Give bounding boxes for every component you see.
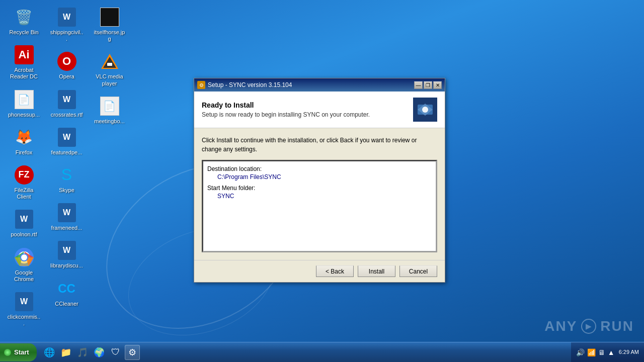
desktop-icon-filezilla[interactable]: FZ FileZilla Client <box>5 163 43 202</box>
anyrun-any-text: ANY <box>544 318 577 334</box>
itselfhorse-label: itselfhorse.jpg <box>93 29 126 42</box>
phonessup-icon: 📄 <box>14 89 34 110</box>
restore-button[interactable]: ❐ <box>424 81 432 89</box>
librarydiscu-shape: W <box>58 241 76 260</box>
setup-dialog: ⚙ Setup - SYNC version 3.15.104 — ❐ ✕ Re… <box>194 78 445 283</box>
recycle-bin-icon: 🗑️ <box>14 7 34 27</box>
desktop-icon-meetingbo[interactable]: 📄 meetingbo... <box>91 94 128 127</box>
desktop-icon-ccleaner[interactable]: CC CCleaner <box>48 277 86 309</box>
dialog-title-buttons: — ❐ ✕ <box>414 81 442 89</box>
start-orb <box>4 349 11 356</box>
opera-icon: O <box>57 51 77 71</box>
desktop-icon-vlc[interactable]: VLC media player <box>91 49 128 88</box>
opera-shape: O <box>57 52 76 71</box>
dialog-header-text: Ready to Install Setup is now ready to b… <box>202 101 370 118</box>
taskbar-security-icon[interactable]: 🛡 <box>108 345 123 360</box>
cancel-button[interactable]: Cancel <box>399 265 437 277</box>
dialog-header-subtitle: Setup is now ready to begin installing S… <box>202 111 370 118</box>
desktop-icon-shippingcivil[interactable]: W shippingcivil... <box>48 5 86 44</box>
desktop-icon-opera[interactable]: O Opera <box>48 49 86 82</box>
desktop-icon-chrome[interactable]: Google Chrome <box>5 245 43 285</box>
dialog-footer: < Back Install Cancel <box>194 260 445 282</box>
frameneed-shape: W <box>58 203 76 222</box>
desktop-icons-container: 🗑️ Recycle Bin Ai Acrobat Reader DC 📄 ph… <box>5 5 118 337</box>
destination-label: Destination location: <box>207 165 432 172</box>
minimize-button[interactable]: — <box>414 81 423 89</box>
system-tray: 🔊 📶 🖥 ▲ <box>576 348 615 356</box>
desktop-icon-recycle-bin[interactable]: 🗑️ Recycle Bin <box>5 5 43 38</box>
firefox-icon: 🦊 <box>14 127 34 147</box>
itselfhorse-icon <box>100 7 120 27</box>
clickcommis-icon: W <box>14 292 34 312</box>
acrobat-icon-shape: Ai <box>15 45 34 64</box>
taskbar-ie-icon[interactable]: 🌐 <box>42 345 57 360</box>
destination-value: C:\Program Files\SYNC <box>207 173 432 180</box>
info-box[interactable]: Destination location: C:\Program Files\S… <box>203 161 436 251</box>
desktop-icon-skype[interactable]: S Skype <box>48 163 86 196</box>
poolnon-shape: W <box>15 210 33 229</box>
system-clock[interactable]: 6:29 AM <box>619 348 639 356</box>
taskbar-firefox-icon[interactable]: 🌍 <box>92 345 107 360</box>
anyrun-run-text: RUN <box>600 318 634 334</box>
anyrun-watermark: ANY ▶ RUN <box>544 318 634 334</box>
taskbar-setup-icon[interactable]: ⚙ <box>125 345 140 360</box>
acrobat-label: Acrobat Reader DC <box>7 67 41 80</box>
featuredpe-label: featuredpe... <box>51 149 83 156</box>
dialog-header-icon <box>413 98 437 122</box>
shippingcivil-shape: W <box>58 8 76 27</box>
svg-point-3 <box>21 254 27 260</box>
meetingbo-icon: 📄 <box>100 96 120 116</box>
taskbar-quicklaunch: 🌐 📁 🎵 🌍 🛡 ⚙ <box>39 345 142 360</box>
dialog-title-text: Setup - SYNC version 3.15.104 <box>208 81 292 88</box>
desktop-icon-crossrates[interactable]: W crossrates.rtf <box>48 87 86 120</box>
dialog-title-left: ⚙ Setup - SYNC version 3.15.104 <box>197 81 292 89</box>
chrome-icon <box>14 247 34 267</box>
dialog-body: Click Install to continue with the insta… <box>194 128 445 260</box>
desktop-icon-acrobat[interactable]: Ai Acrobat Reader DC <box>5 43 43 82</box>
vlc-label: VLC media player <box>93 73 126 86</box>
desktop: 🗑️ Recycle Bin Ai Acrobat Reader DC 📄 ph… <box>0 0 644 342</box>
tray-monitor-icon[interactable]: 🖥 <box>598 348 605 356</box>
filezilla-icon: FZ <box>14 165 34 185</box>
shippingcivil-icon: W <box>57 7 77 27</box>
dialog-header-title: Ready to Install <box>202 101 370 109</box>
desktop-icon-phonessup[interactable]: 📄 phonessup... <box>5 87 43 120</box>
clickcommis-shape: W <box>15 292 33 311</box>
startmenu-label: Start Menu folder: <box>207 185 432 192</box>
poolnon-label: poolnon.rtf <box>11 231 37 238</box>
back-button[interactable]: < Back <box>316 265 354 277</box>
tray-network-icon[interactable]: 🔊 <box>576 348 585 356</box>
librarydiscu-icon: W <box>57 240 77 260</box>
startmenu-value: SYNC <box>207 193 432 200</box>
dialog-title-icon: ⚙ <box>197 81 205 89</box>
install-button[interactable]: Install <box>358 265 395 277</box>
crossrates-label: crossrates.rtf <box>51 112 83 118</box>
ccleaner-label: CCleaner <box>55 301 78 307</box>
itselfhorse-thumb <box>100 8 119 27</box>
meetingbo-label: meetingbo... <box>94 118 125 125</box>
desktop-icon-poolnon[interactable]: W poolnon.rtf <box>5 207 43 240</box>
skype-label: Skype <box>59 187 74 194</box>
featuredpe-shape: W <box>58 128 76 147</box>
tray-arrow-icon[interactable]: ▲ <box>608 348 615 356</box>
desktop-icon-frameneed[interactable]: W frameneed... <box>48 201 86 233</box>
taskbar-explorer-icon[interactable]: 📁 <box>58 345 73 360</box>
desktop-icon-itselfhorse[interactable]: itselfhorse.jpg <box>91 5 128 44</box>
clickcommis-label: clickcommis... <box>7 314 41 327</box>
filezilla-label: FileZilla Client <box>7 187 41 200</box>
opera-label: Opera <box>59 73 74 80</box>
desktop-icon-featuredpe[interactable]: W featuredpe... <box>48 125 86 158</box>
desktop-icon-clickcommis[interactable]: W clickcommis... <box>5 290 43 329</box>
desktop-icon-firefox[interactable]: 🦊 Firefox <box>5 125 43 158</box>
librarydiscu-label: librarydiscu... <box>50 262 83 269</box>
chrome-label: Google Chrome <box>7 269 41 283</box>
tray-volume-icon[interactable]: 📶 <box>587 348 596 356</box>
taskbar-media-icon[interactable]: 🎵 <box>75 345 90 360</box>
close-button[interactable]: ✕ <box>433 81 442 89</box>
crossrates-shape: W <box>58 90 76 109</box>
frameneed-icon: W <box>57 203 77 223</box>
frameneed-label: frameneed... <box>51 225 83 231</box>
phonessup-thumb: 📄 <box>15 90 34 109</box>
desktop-icon-librarydiscu[interactable]: W librarydiscu... <box>48 238 86 271</box>
start-button[interactable]: Start <box>0 343 37 361</box>
